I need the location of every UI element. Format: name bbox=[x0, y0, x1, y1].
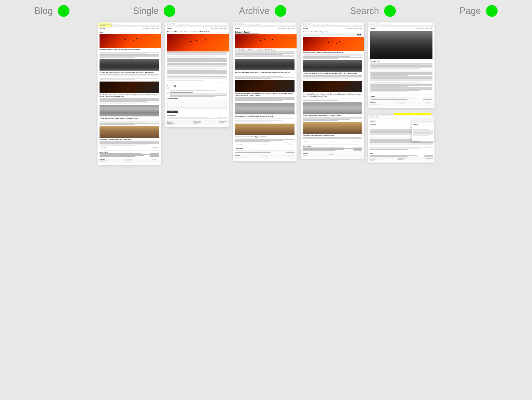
next-page-link[interactable]: Older Posts → bbox=[152, 147, 159, 148]
comment1-avatar bbox=[167, 87, 169, 89]
page-popup-wrapper: You can find us in Laconia, New Mexico s… bbox=[368, 113, 435, 163]
blog-footer: Stories® bbox=[97, 158, 161, 163]
popup-panel: Stories® bbox=[412, 120, 435, 141]
archive-recent-title: Latest Entries bbox=[235, 147, 295, 149]
archive-post-2: Canyon and Ravine, Grand Canyon National… bbox=[233, 59, 297, 79]
popup-highlight-bar: You can find us in Laconia, New Mexico bbox=[394, 113, 431, 115]
post5-title[interactable]: Vacationer on motorcycles, by Ruud Nerto… bbox=[100, 139, 159, 141]
archive-post3-title[interactable]: The Pecking Memories Auditorium is the s… bbox=[235, 93, 295, 97]
post4-title[interactable]: Young woman in the Netherlands, by Georg… bbox=[100, 117, 159, 119]
blog-post-1: Marshland Birds at the Lake Havasu Natio… bbox=[97, 34, 161, 58]
page2-url-bar[interactable]: stories.example.com/about bbox=[379, 116, 432, 118]
page-browser-secondary: stories.example.com/about Stories Blog A… bbox=[368, 115, 435, 163]
single-recent-2 bbox=[167, 118, 227, 118]
recent-item-2 bbox=[100, 154, 159, 155]
footer-nav-col bbox=[125, 159, 133, 162]
browser-url-bar[interactable]: stories.example.com/blog bbox=[108, 23, 159, 25]
search-post4-text bbox=[303, 117, 362, 121]
search-post-2: Canyon and Ravine, Grand Canyon National… bbox=[301, 60, 364, 79]
post3-title[interactable]: The Pecking Memories Auditorium is the s… bbox=[100, 94, 159, 98]
search-submit-button[interactable]: Search bbox=[357, 34, 361, 35]
footer-copy: © Stories bbox=[97, 163, 161, 165]
recent-item-3 bbox=[100, 155, 159, 156]
search-post2-title[interactable]: Canyon and Ravine, Grand Canyon National… bbox=[303, 73, 362, 75]
archive-recent-3 bbox=[235, 152, 295, 152]
page2-footer: Stories® bbox=[368, 157, 435, 161]
post2-title[interactable]: Canyon and Ravine, Grand Canyon National… bbox=[100, 72, 159, 74]
archive-url-bar[interactable]: stories.example.com/category/fauna bbox=[243, 23, 295, 25]
search-nav: Blog About Us Contact Search bbox=[346, 28, 362, 29]
archive-category-title: Category: 'Fauna' bbox=[235, 31, 295, 33]
about-page-title: About Us bbox=[370, 60, 432, 63]
search-input-bar[interactable]: laconia pueblo Search bbox=[303, 34, 362, 36]
blog-status-dot bbox=[58, 5, 69, 17]
single-url-bar[interactable]: stories.example.com/single bbox=[176, 23, 227, 25]
search-prev-link[interactable]: ← Newer Story bbox=[303, 141, 310, 142]
tab-archive-label[interactable]: Archive bbox=[239, 6, 270, 16]
search-url-bar[interactable]: stories.example.com/?s=laconia+pueblo bbox=[311, 23, 362, 25]
comment1-body bbox=[170, 87, 227, 91]
archive-page-content: Stories Blog About Us Contact Search Cat… bbox=[233, 26, 297, 161]
pages-container: stories.example.com/blog Stories Blog Ab… bbox=[3, 22, 529, 165]
post1-title[interactable]: Marshland Birds at the Lake Havasu Natio… bbox=[100, 48, 159, 50]
single-status-dot bbox=[164, 5, 175, 17]
single-footer-copy: © Stories bbox=[165, 125, 229, 127]
single-page-content: Stories Blog About Us Contact Search Mar… bbox=[165, 26, 229, 127]
page2-bullet bbox=[370, 150, 433, 152]
archive-post2-title[interactable]: Canyon and Ravine, Grand Canyon National… bbox=[235, 71, 295, 73]
search-post3-title[interactable]: The Pecking Memories Auditorium is the s… bbox=[303, 93, 362, 97]
single-footer: Stories® bbox=[165, 120, 229, 125]
comment-textarea[interactable] bbox=[167, 100, 227, 108]
search-post1-title[interactable]: Marshland Birds at the Lake Havasu Natio… bbox=[303, 51, 362, 53]
submit-comment-button[interactable]: Submit Comment bbox=[167, 111, 178, 113]
search-recent-title: Latest Entries bbox=[303, 144, 362, 147]
page-url-bar[interactable]: stories.example.com/about bbox=[379, 23, 432, 25]
search-post3-text bbox=[303, 98, 362, 101]
archive-recent-2 bbox=[235, 151, 295, 151]
comment-name-input[interactable] bbox=[167, 108, 227, 110]
post3-text bbox=[100, 98, 159, 103]
archive-post5-image bbox=[235, 124, 295, 135]
archive-next-link[interactable]: Older Story → bbox=[288, 143, 295, 145]
prev-page-link[interactable]: ← Newer Posts bbox=[100, 147, 107, 148]
search-post2-image bbox=[303, 60, 362, 72]
search-query-text: laconia pueblo bbox=[304, 34, 311, 35]
single-recent-3 bbox=[167, 119, 227, 119]
single-footer-nav bbox=[193, 121, 201, 125]
archive-recent-posts: Latest Entries bbox=[235, 147, 295, 153]
archive-recent-4 bbox=[235, 152, 295, 153]
blog-pagination: ← Newer Posts 1-5 of 8 Older Posts → bbox=[97, 146, 161, 149]
archive-post4-title[interactable]: Young woman in the Netherlands, by Georg… bbox=[235, 115, 295, 117]
search-recent-posts: Latest Entries bbox=[303, 144, 362, 151]
blog-post-4: Young woman in the Netherlands, by Georg… bbox=[97, 105, 161, 125]
blog-page-content: Stories Blog About Us Contact Search Blo… bbox=[97, 26, 161, 165]
search-next-link[interactable]: Older Story → bbox=[356, 141, 362, 142]
archive-post1-title[interactable]: Marshland Birds at the Lake Havasu Natio… bbox=[235, 49, 295, 51]
about-bullet bbox=[370, 92, 432, 94]
search-post4-title[interactable]: Young woman in the Netherlands, by Georg… bbox=[303, 115, 362, 117]
blog-site-header: Stories Blog About Us Contact Search bbox=[97, 26, 161, 30]
prev-article-link[interactable]: ← Older Article bbox=[167, 82, 174, 84]
single-recent-1 bbox=[167, 117, 227, 117]
tab-search-label[interactable]: Search bbox=[350, 6, 379, 16]
search-recent-4 bbox=[303, 150, 362, 151]
footer-info-2 bbox=[151, 159, 157, 160]
footer-info-1 bbox=[151, 159, 159, 159]
search-site-header: Stories Blog About Us Contact Search bbox=[301, 26, 364, 30]
search-status-dot bbox=[384, 5, 396, 17]
tab-blog-label[interactable]: Blog bbox=[34, 6, 53, 16]
search-recent-1 bbox=[303, 148, 362, 148]
page2-logo: Stories bbox=[370, 120, 375, 122]
archive-post3-text bbox=[235, 97, 295, 101]
footer-nav-2 bbox=[125, 159, 133, 160]
next-article-link[interactable]: Next Featured Post → bbox=[217, 82, 227, 84]
tab-single-label[interactable]: Single bbox=[133, 6, 159, 16]
archive-prev-link[interactable]: ← Newer Story bbox=[235, 143, 242, 145]
page-content-main: Stories Blog About Us Contact Search Abo… bbox=[368, 26, 435, 108]
search-post4-image bbox=[303, 102, 362, 114]
archive-post5-title[interactable]: Vacationer on motorcycles, by Ruud Nerto… bbox=[235, 136, 295, 138]
archive-post-3: The Pecking Memories Auditorium is the s… bbox=[233, 80, 297, 101]
search-post5-title[interactable]: Vacationer on motorcycles, by Ruud Nerto… bbox=[303, 135, 362, 137]
tab-page-label[interactable]: Page bbox=[459, 6, 481, 16]
single-body-text bbox=[167, 52, 227, 81]
